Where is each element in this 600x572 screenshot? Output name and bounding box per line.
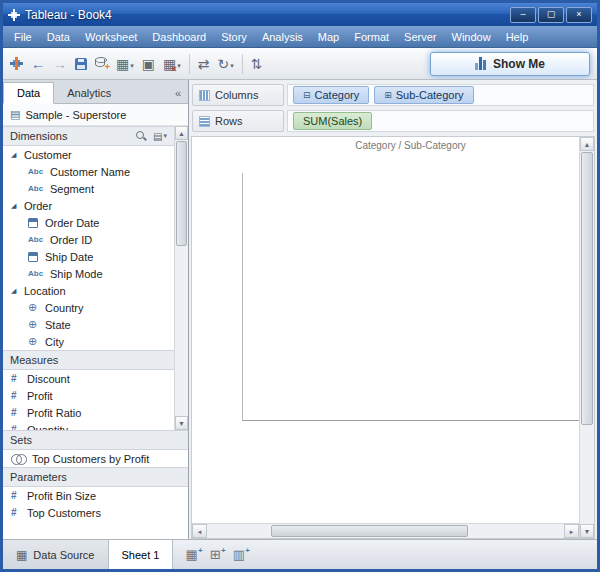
dimension-order-id[interactable]: Abc Order ID — [3, 231, 174, 248]
horizontal-scrollbar[interactable]: ◂ ▸ — [192, 523, 579, 538]
tab-analytics[interactable]: Analytics — [54, 83, 124, 103]
number-icon: # — [11, 507, 23, 518]
maximize-button[interactable]: ▢ — [538, 7, 564, 23]
dimension-country[interactable]: ⊕ Country — [3, 299, 174, 316]
close-button[interactable]: × — [566, 7, 592, 23]
scroll-up-arrow[interactable]: ▲ — [580, 137, 594, 151]
new-story-icon[interactable]: ▥+ — [233, 548, 245, 561]
dimension-city[interactable]: ⊕ City — [3, 333, 174, 350]
measure-quantity[interactable]: # Quantity — [3, 421, 174, 430]
scroll-left-arrow[interactable]: ◂ — [192, 524, 207, 538]
measure-profit[interactable]: # Profit — [3, 387, 174, 404]
y-ax is — [192, 173, 242, 421]
menu-server[interactable]: Server — [397, 28, 443, 46]
sidebar-scrollbar[interactable]: ▲ ▼ — [174, 126, 188, 430]
sort-icon[interactable]: ⇅ — [251, 56, 263, 72]
measure-discount[interactable]: # Discount — [3, 370, 174, 387]
menu-dashboard[interactable]: Dashboard — [145, 28, 213, 46]
view-menu-icon[interactable]: ▤▾ — [153, 131, 167, 142]
pill-label: SUM(Sales) — [303, 115, 362, 127]
dimension-segment[interactable]: Abc Segment — [3, 180, 174, 197]
duplicate-sheet-icon[interactable]: ▣ — [142, 56, 155, 72]
menubar: File Data Worksheet Dashboard Story Anal… — [3, 26, 597, 48]
new-dashboard-icon[interactable]: ⊞+ — [210, 548, 221, 561]
dimension-label: City — [45, 336, 64, 348]
parameter-profit-bin-size[interactable]: # Profit Bin Size — [3, 487, 188, 504]
tableau-logo-icon[interactable] — [10, 57, 23, 70]
dimension-order-date[interactable]: Order Date — [3, 214, 174, 231]
caret-down-icon: ▾ — [163, 132, 167, 142]
pill-category[interactable]: ⊟ Category — [293, 86, 369, 104]
parameter-top-customers[interactable]: # Top Customers — [3, 504, 188, 521]
data-pane-tabs: Data Analytics « — [3, 80, 188, 104]
vertical-scrollbar[interactable]: ▲ ▼ — [579, 137, 594, 538]
plus-icon: + — [198, 544, 203, 557]
set-top-customers-by-profit[interactable]: Top Customers by Profit — [3, 450, 188, 467]
rows-icon — [199, 116, 210, 127]
new-worksheet-icon[interactable]: ▦ ▾ — [116, 56, 134, 72]
dimension-ship-mode[interactable]: Abc Ship Mode — [3, 265, 174, 282]
datasource-row[interactable]: ▤ Sample - Superstore — [3, 104, 188, 126]
dimension-location[interactable]: ◢ Location — [3, 282, 174, 299]
scroll-thumb[interactable] — [271, 525, 467, 537]
new-worksheet-icon[interactable]: ▦+ — [185, 548, 197, 561]
scroll-thumb[interactable] — [581, 152, 593, 425]
hierarchy-collapse-icon[interactable]: ⊟ — [303, 91, 311, 100]
minimize-button[interactable]: – — [510, 7, 536, 23]
measures-label: Measures — [10, 354, 58, 366]
menu-window[interactable]: Window — [445, 28, 498, 46]
scroll-track[interactable] — [207, 524, 564, 538]
abc-icon: Abc — [28, 269, 46, 278]
dimension-label: Segment — [50, 183, 94, 195]
scroll-up-arrow[interactable]: ▲ — [175, 126, 188, 140]
save-icon[interactable] — [75, 58, 87, 70]
expand-triangle-icon[interactable]: ◢ — [11, 287, 20, 295]
menu-file[interactable]: File — [7, 28, 39, 46]
menu-worksheet[interactable]: Worksheet — [78, 28, 144, 46]
collapse-pane-icon[interactable]: « — [168, 87, 188, 103]
dimension-order[interactable]: ◢ Order — [3, 197, 174, 214]
scroll-down-arrow[interactable]: ▼ — [580, 524, 594, 538]
dimension-customer-name[interactable]: Abc Customer Name — [3, 163, 174, 180]
search-icon[interactable] — [136, 131, 147, 142]
add-data-source-icon[interactable] — [95, 57, 108, 70]
menu-map[interactable]: Map — [311, 28, 346, 46]
dimension-state[interactable]: ⊕ State — [3, 316, 174, 333]
titlebar[interactable]: Tableau - Book4 – ▢ × — [3, 3, 597, 26]
menu-data[interactable]: Data — [40, 28, 77, 46]
pill-sum-sales[interactable]: SUM(Sales) — [293, 112, 372, 130]
menu-story[interactable]: Story — [214, 28, 254, 46]
dimension-ship-date[interactable]: Ship Date — [3, 248, 174, 265]
menu-format[interactable]: Format — [347, 28, 396, 46]
tab-data-source[interactable]: ▦ Data Source — [3, 540, 109, 569]
measure-profit-ratio[interactable]: # Profit Ratio — [3, 404, 174, 421]
pill-sub-category[interactable]: ⊞ Sub-Category — [374, 86, 473, 104]
abc-icon: Abc — [28, 167, 46, 176]
number-icon: # — [11, 390, 23, 401]
forward-icon[interactable]: → — [53, 56, 67, 72]
toolbar: ← → ▦ ▾ ▣ ▦ × ▾ ⇄ ↻ ▾ ⇅ Show Me — [3, 48, 597, 80]
worksheet-glyph: ▦ — [185, 547, 197, 562]
scroll-right-arrow[interactable]: ▸ — [564, 524, 579, 538]
column-field-labels[interactable]: Category / Sub-Category — [192, 137, 579, 155]
tab-sheet-1[interactable]: Sheet 1 — [109, 540, 174, 569]
columns-shelf[interactable]: ⊟ Category ⊞ Sub-Category — [287, 84, 594, 106]
clear-sheet-icon[interactable]: ▦ × ▾ — [163, 56, 181, 72]
show-me-button[interactable]: Show Me — [430, 52, 590, 76]
hierarchy-expand-icon[interactable]: ⊞ — [384, 91, 392, 100]
tab-data[interactable]: Data — [3, 82, 54, 104]
globe-icon: ⊕ — [28, 319, 41, 330]
measure-label: Profit — [27, 390, 53, 402]
globe-icon: ⊕ — [28, 302, 41, 313]
expand-triangle-icon[interactable]: ◢ — [11, 202, 20, 210]
swap-rows-columns-icon[interactable]: ⇄ — [198, 56, 210, 72]
menu-analysis[interactable]: Analysis — [255, 28, 310, 46]
expand-triangle-icon[interactable]: ◢ — [11, 151, 20, 159]
back-icon[interactable]: ← — [31, 56, 45, 72]
scroll-thumb[interactable] — [176, 141, 187, 246]
menu-help[interactable]: Help — [499, 28, 536, 46]
rows-shelf[interactable]: SUM(Sales) — [287, 110, 594, 132]
dimension-customer[interactable]: ◢ Customer — [3, 146, 174, 163]
refresh-icon[interactable]: ↻ ▾ — [217, 56, 233, 72]
scroll-down-arrow[interactable]: ▼ — [175, 416, 188, 430]
